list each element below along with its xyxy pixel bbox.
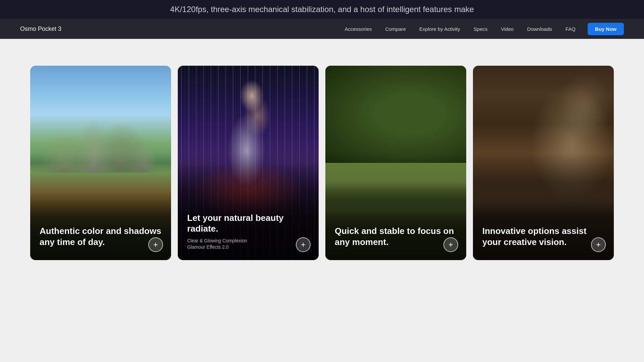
card-content-1: Authentic color and shadows any time of … xyxy=(30,216,171,260)
card-outdoor[interactable]: Quick and stable to focus on any moment.… xyxy=(325,66,466,260)
main-content: Authentic color and shadows any time of … xyxy=(0,39,644,341)
navbar: Osmo Pocket 3 Accessories Compare Explor… xyxy=(0,19,644,39)
card-title-4: Innovative options assist your creative … xyxy=(482,226,604,247)
card-subtitle-line2: Glamour Effects 2.0 xyxy=(187,244,228,250)
card-subtitle-line1: Clear & Glowing Complexion xyxy=(187,238,247,243)
nav-video[interactable]: Video xyxy=(496,23,519,35)
nav-explore[interactable]: Explore by Activity xyxy=(414,23,466,35)
hero-behind-section: 4K/120fps, three-axis mechanical stabili… xyxy=(0,0,644,19)
nav-downloads[interactable]: Downloads xyxy=(522,23,557,35)
card-plus-1[interactable]: + xyxy=(148,237,163,252)
nav-accessories[interactable]: Accessories xyxy=(339,23,377,35)
buy-now-button[interactable]: Buy Now xyxy=(588,23,624,35)
navbar-brand: Osmo Pocket 3 xyxy=(20,25,61,33)
card-title-2: Let your natural beauty radiate. xyxy=(187,213,309,234)
navbar-links: Accessories Compare Explore by Activity … xyxy=(339,23,624,35)
nav-faq[interactable]: FAQ xyxy=(560,23,581,35)
card-plus-4[interactable]: + xyxy=(591,237,606,252)
nav-compare[interactable]: Compare xyxy=(380,23,411,35)
card-content-2: Let your natural beauty radiate. Clear &… xyxy=(178,203,319,260)
card-plus-3[interactable]: + xyxy=(443,237,458,252)
cards-container: Authentic color and shadows any time of … xyxy=(20,66,624,260)
card-subtitle-2: Clear & Glowing Complexion Glamour Effec… xyxy=(187,238,309,251)
hero-behind-text: 4K/120fps, three-axis mechanical stabili… xyxy=(20,5,624,14)
card-content-4: Innovative options assist your creative … xyxy=(473,216,614,260)
card-creative[interactable]: Innovative options assist your creative … xyxy=(473,66,614,260)
card-landscape[interactable]: Authentic color and shadows any time of … xyxy=(30,66,171,260)
nav-specs[interactable]: Specs xyxy=(468,23,493,35)
card-title-1: Authentic color and shadows any time of … xyxy=(40,226,162,247)
card-plus-2[interactable]: + xyxy=(296,237,311,252)
card-title-3: Quick and stable to focus on any moment. xyxy=(335,226,457,247)
card-content-3: Quick and stable to focus on any moment. xyxy=(325,216,466,260)
card-beauty[interactable]: Let your natural beauty radiate. Clear &… xyxy=(178,66,319,260)
